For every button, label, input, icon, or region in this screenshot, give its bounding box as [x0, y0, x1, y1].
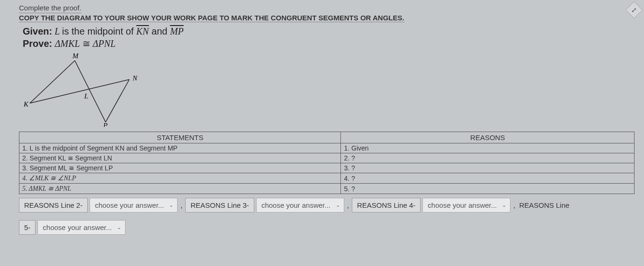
select-placeholder: choose your answer... — [95, 201, 164, 209]
reasons-line-2-select[interactable]: choose your answer... ⌄ — [89, 198, 178, 213]
reason-3: 3. ? — [341, 163, 635, 173]
select-placeholder: choose your answer... — [43, 223, 112, 231]
select-placeholder: choose your answer... — [428, 201, 497, 209]
prove-line: Prove: ΔMKL ≅ ΔPNL — [23, 38, 625, 49]
svg-line-0 — [30, 61, 75, 103]
reasons-line-4-label: REASONS Line 4- — [352, 198, 420, 213]
given-seg-mp: MP — [170, 26, 184, 36]
chevron-down-icon: ⌄ — [336, 202, 340, 208]
given-and: and — [149, 26, 170, 36]
reason-5: 5. ? — [341, 184, 635, 194]
prove-label: Prove: — [23, 38, 52, 49]
statement-3: 3. Segment ML ≅ Segment LP — [19, 163, 341, 173]
label-L: L — [84, 92, 88, 100]
given-line: Given: L is the midpoint of KN and MP — [23, 26, 625, 37]
svg-line-3 — [106, 80, 129, 122]
statement-2: 2. Segment KL ≅ Segment LN — [19, 153, 341, 163]
instruction-line-1: Complete the proof. — [19, 4, 81, 13]
reasons-line-5-label-part1: REASONS Line — [518, 198, 570, 212]
reasons-line-3-label: REASONS Line 3- — [185, 198, 254, 213]
chevron-down-icon: ⌄ — [117, 224, 121, 231]
prove-tri2: ΔPNL — [93, 38, 116, 49]
comma: , — [512, 201, 516, 209]
label-N: N — [132, 74, 138, 82]
label-M: M — [72, 52, 79, 60]
reasons-line-2-label: REASONS Line 2- — [19, 198, 88, 213]
table-row: 1. L is the midpoint of Segment KN and S… — [19, 143, 635, 153]
reasons-line-5-select[interactable]: choose your answer... ⌄ — [37, 220, 125, 235]
select-placeholder: choose your answer... — [261, 201, 331, 209]
header-reasons: REASONS — [341, 132, 635, 143]
reasons-line-5-label-part2: 5- — [19, 220, 36, 235]
table-row: 2. Segment KL ≅ Segment LN 2. ? — [19, 153, 635, 163]
statement-1: 1. L is the midpoint of Segment KN and S… — [19, 143, 341, 153]
reason-1: 1. Given — [341, 143, 635, 153]
answer-row-1: REASONS Line 2- choose your answer... ⌄ … — [19, 198, 625, 213]
label-K: K — [23, 100, 29, 108]
given-label: Given: — [23, 26, 52, 36]
table-row: 4. ∠MLK ≅ ∠NLP 4. ? — [19, 173, 635, 184]
geometry-diagram: M N K L P — [23, 51, 625, 129]
table-row: 3. Segment ML ≅ Segment LP 3. ? — [19, 163, 635, 173]
chevron-down-icon: ⌄ — [169, 202, 173, 208]
reasons-line-3-select[interactable]: choose your answer... ⌄ — [256, 198, 344, 213]
table-row: 5. ΔMKL ≅ ΔPNL 5. ? — [19, 184, 635, 194]
header-statements: STATEMENTS — [19, 132, 341, 143]
statement-5: 5. ΔMKL ≅ ΔPNL — [19, 184, 341, 194]
expand-icon[interactable]: ⤢ — [626, 1, 643, 19]
chevron-down-icon: ⌄ — [502, 202, 506, 208]
reasons-line-4-select[interactable]: choose your answer... ⌄ — [422, 198, 510, 213]
comma: , — [346, 201, 350, 209]
statement-4: 4. ∠MLK ≅ ∠NLP — [19, 173, 341, 184]
prove-tri1: ΔMKL — [55, 38, 80, 49]
given-L: L — [52, 26, 62, 36]
comma: , — [179, 201, 183, 209]
prove-cong: ≅ — [80, 38, 93, 49]
svg-line-1 — [30, 80, 129, 103]
proof-table: STATEMENTS REASONS 1. L is the midpoint … — [19, 132, 635, 194]
given-seg-kn: KN — [136, 26, 149, 36]
reason-4: 4. ? — [341, 173, 635, 184]
arrows-icon: ⤢ — [631, 6, 637, 14]
answer-row-2: 5- choose your answer... ⌄ — [19, 220, 625, 235]
label-P: P — [103, 122, 107, 127]
given-text: is the midpoint of — [62, 26, 136, 36]
reason-2: 2. ? — [341, 153, 635, 163]
instruction-line-2: COPY THE DIAGRAM TO YOUR SHOW YOUR WORK … — [19, 14, 404, 22]
